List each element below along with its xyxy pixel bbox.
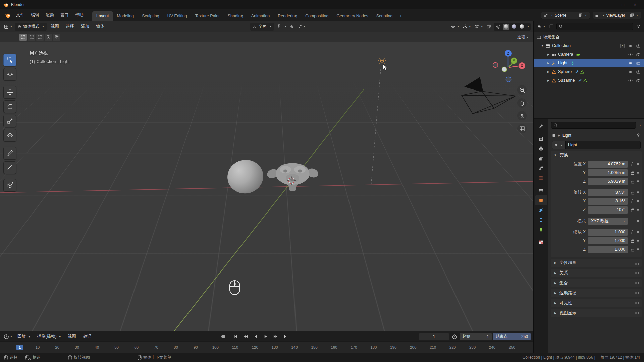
zoom-button[interactable]	[517, 85, 527, 95]
tool-measure[interactable]	[3, 161, 16, 174]
use-preview-range-button[interactable]	[451, 333, 458, 340]
tool-cursor[interactable]	[3, 68, 16, 81]
timeline-frame-number[interactable]: 130	[272, 345, 278, 349]
workspace-tab-rendering[interactable]: Rendering	[274, 11, 301, 21]
hide-in-viewport-toggle[interactable]	[627, 61, 633, 65]
close-button[interactable]: ×	[629, 1, 641, 8]
play-button[interactable]	[262, 333, 270, 340]
timeline-current-frame-badge[interactable]: 1	[16, 345, 23, 350]
timeline-frame-number[interactable]: 80	[174, 345, 178, 349]
timeline-frame-number[interactable]: 220	[449, 345, 456, 349]
timeline-frame-number[interactable]: 40	[95, 345, 99, 349]
outliner-row-sphere[interactable]: ▶ Sphere	[534, 67, 644, 76]
proportional-falloff-button[interactable]: ▼	[297, 24, 307, 30]
toggle-xray-button[interactable]	[485, 23, 492, 30]
timeline-menu-view[interactable]: 视图	[65, 332, 79, 341]
collection-checkbox[interactable]: ✓	[620, 44, 625, 48]
location-z-field[interactable]: 5.9039 m	[588, 178, 628, 185]
hide-in-viewport-toggle[interactable]	[627, 52, 633, 57]
hide-in-viewport-toggle[interactable]	[627, 70, 633, 74]
timeline-frame-number[interactable]: 30	[75, 345, 79, 349]
drag-grip-icon[interactable]	[634, 261, 639, 265]
outliner-display-mode-button[interactable]	[548, 23, 555, 29]
timeline-frame-number[interactable]: 110	[232, 345, 238, 349]
section-header[interactable]: ▶ 变换增量	[551, 259, 642, 267]
lock-icon[interactable]	[630, 247, 635, 252]
properties-options-dropdown[interactable]: ▼	[639, 124, 641, 126]
timeline-frame-number[interactable]: 150	[311, 345, 317, 349]
animate-dot[interactable]	[637, 163, 639, 165]
modifier-wrench-icon[interactable]	[578, 78, 582, 83]
drag-grip-icon[interactable]	[634, 271, 639, 275]
drag-grip-icon[interactable]	[634, 281, 639, 285]
location-x-field[interactable]: 4.0762 m	[588, 161, 628, 168]
menu-edit[interactable]: 编辑	[28, 11, 42, 20]
animate-dot[interactable]	[637, 248, 639, 250]
properties-tab-view-layer[interactable]	[535, 154, 547, 163]
rotation-x-field[interactable]: 37.3°	[588, 189, 628, 196]
animate-dot[interactable]	[637, 172, 639, 174]
section-header[interactable]: ▶ 可见性	[551, 299, 642, 307]
light-data-icon[interactable]	[570, 61, 575, 65]
breadcrumb-object-name[interactable]: Light	[562, 133, 571, 138]
lock-icon[interactable]	[630, 199, 635, 203]
animate-dot[interactable]	[637, 220, 639, 222]
pin-icon[interactable]	[636, 133, 641, 138]
location-y-field[interactable]: 1.0055 m	[588, 169, 628, 176]
animate-dot[interactable]	[637, 240, 639, 242]
shading-solid-button[interactable]	[503, 24, 509, 30]
lock-icon[interactable]	[630, 179, 635, 184]
shading-rendered-button[interactable]	[518, 24, 525, 30]
timeline-frame-number[interactable]: 70	[154, 345, 158, 349]
expand-caret-icon[interactable]: ▶	[546, 62, 550, 65]
hide-in-viewport-toggle[interactable]	[627, 78, 633, 83]
select-mode-subtract-button[interactable]	[36, 34, 44, 41]
viewport-menu-add[interactable]: 添加	[78, 22, 92, 31]
workspace-tab-texture-paint[interactable]: Texture Paint	[191, 11, 224, 21]
properties-search-box[interactable]	[551, 122, 636, 129]
navigation-gizmo[interactable]: Z Y X	[490, 50, 527, 86]
lock-icon[interactable]	[630, 208, 635, 212]
jump-to-end-button[interactable]	[282, 333, 290, 340]
viewlayer-selector[interactable]: ▼ ViewLayer ×	[593, 12, 641, 19]
lock-icon[interactable]	[630, 162, 635, 166]
object-visibility-dropdown[interactable]: ▼	[449, 24, 460, 30]
lock-icon[interactable]	[630, 230, 635, 234]
rotation-y-field[interactable]: 3.16°	[588, 198, 628, 205]
pan-button[interactable]	[517, 98, 527, 108]
toggle-orthographic-button[interactable]	[517, 124, 527, 133]
camera-data-icon[interactable]	[576, 52, 580, 57]
outliner-row-collection[interactable]: ▼ Collection ✓	[534, 41, 644, 50]
outliner-search-box[interactable]	[556, 23, 633, 30]
show-overlays-dropdown[interactable]: ▼	[473, 24, 484, 30]
timeline-frame-number[interactable]: 10	[35, 345, 40, 349]
properties-tab-object-data[interactable]	[535, 225, 547, 234]
properties-tab-render[interactable]	[535, 134, 547, 144]
scale-z-field[interactable]: 1.000	[588, 246, 628, 253]
lock-icon[interactable]	[630, 190, 635, 195]
hide-in-viewport-toggle[interactable]	[627, 44, 633, 48]
duplicate-icon[interactable]	[578, 13, 582, 17]
timeline-frame-number[interactable]: 90	[194, 345, 198, 349]
remove-viewlayer-icon[interactable]: ×	[636, 13, 639, 17]
properties-tab-tool[interactable]	[535, 121, 547, 131]
timeline-ruler-track[interactable]: 1102030405060708090100110120130140150160…	[0, 341, 533, 353]
tool-options-dropdown[interactable]: 选项 ▼	[517, 34, 529, 40]
section-header[interactable]: ▶ 集合	[551, 279, 642, 287]
animate-dot[interactable]	[637, 200, 639, 202]
timeline-menu-markers[interactable]: 标记	[80, 332, 94, 341]
shading-material-button[interactable]	[511, 24, 517, 30]
timeline-frame-number[interactable]: 100	[212, 345, 219, 349]
scene-selector[interactable]: ▼ Scene ×	[541, 12, 590, 19]
section-header[interactable]: ▶ 视图显示	[551, 309, 642, 317]
expand-caret-icon[interactable]: ▶	[546, 79, 550, 82]
outliner-filter-button[interactable]	[635, 23, 642, 29]
viewport-3d[interactable]: 用户透视 (1) Collection | Light	[0, 42, 533, 331]
mesh-data-icon[interactable]	[580, 70, 584, 74]
outliner-row-scene-collection[interactable]: 场景集合	[534, 33, 644, 41]
timeline-menu-keying[interactable]: 抠像(插帧) ▼	[34, 332, 64, 341]
workspace-tab-shading[interactable]: Shading	[224, 11, 247, 21]
auto-keyframe-button[interactable]	[219, 333, 227, 340]
workspace-tab-sculpting[interactable]: Sculpting	[138, 11, 163, 21]
frame-end-field[interactable]: 结束点 250	[493, 333, 531, 340]
